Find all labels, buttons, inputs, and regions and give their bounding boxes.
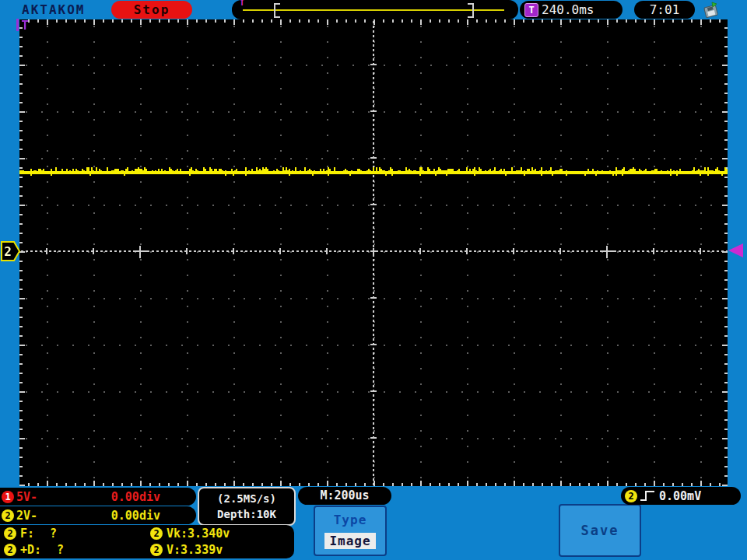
memory-depth-value: Depth:10K (199, 508, 294, 520)
record-length-line (243, 9, 504, 11)
trigger-horizontal-flag[interactable]: T (16, 19, 31, 31)
channel2-badge: 2 (2, 509, 14, 522)
channel1-badge: 1 (2, 491, 14, 503)
trigger-level-arrow[interactable] (728, 243, 743, 257)
channel2-badge: 2 (4, 544, 16, 556)
channel1-scale: 5V- (16, 490, 37, 504)
channel2-position-marker[interactable]: 2 (1, 240, 21, 262)
channel1-offset: 0.00div (111, 490, 160, 504)
svg-text:2: 2 (4, 244, 12, 259)
channel2-badge: 2 (150, 544, 163, 556)
timebase-pill[interactable]: M:200us (298, 487, 391, 505)
trigger-position-bar: T (232, 0, 518, 19)
graticule-canvas (19, 19, 728, 486)
type-menu-selected-value: Image (324, 533, 375, 549)
channel2-scale: 2V- (16, 509, 37, 523)
top-bar: AKTAKOM Stop T T 240.0ms 7:01 (0, 0, 747, 19)
channel2-offset: 0.00div (111, 509, 160, 523)
rising-edge-icon (640, 489, 657, 503)
oscilloscope-screen: AKTAKOM Stop T T 240.0ms 7:01 T 2 (0, 0, 747, 560)
trigger-time-pill: T 240.0ms (520, 1, 622, 19)
channel2-badge: 2 (150, 527, 163, 540)
trigger-source-badge: 2 (625, 490, 637, 502)
measurement-vk: 2 Vk: 3.340v (146, 527, 288, 541)
clock: 7:01 (634, 1, 695, 19)
window-right-bracket (468, 3, 474, 18)
acquisition-status-badge[interactable]: Stop (111, 1, 192, 19)
channel2-info-pill[interactable]: 2 2V- 0.00div (0, 506, 196, 524)
channel2-badge: 2 (4, 527, 16, 540)
usb-disk-icon (701, 2, 721, 19)
trigger-level-value: 0.00mV (659, 489, 701, 503)
save-button[interactable]: Save (559, 504, 641, 557)
trigger-time-value: 240.0ms (542, 2, 594, 17)
trigger-icon: T (524, 3, 538, 17)
window-left-bracket (274, 3, 280, 18)
measurement-frequency: 2 F: ? (0, 527, 146, 541)
sample-rate-box: (2.5MS/s) Depth:10K (198, 487, 296, 526)
measurement-voltage: 2 V: 3.339v (146, 543, 288, 557)
channel1-info-pill[interactable]: 1 5V- 0.00div (0, 488, 196, 506)
type-menu-label: Type (334, 513, 367, 527)
waveform-display: T (19, 19, 728, 486)
sample-rate-value: (2.5MS/s) (199, 492, 294, 505)
trigger-status-pill: 2 0.00mV (621, 487, 741, 505)
trigger-position-marker: T (240, 0, 244, 7)
measurements-box: 2 F: ? 2 Vk: 3.340v 2 +D: ? 2 V: 3.339v (0, 525, 294, 558)
measurement-duty: 2 +D: ? (0, 543, 146, 557)
brand-label: AKTAKOM (22, 2, 85, 17)
type-menu-button[interactable]: Type Image (314, 506, 387, 556)
